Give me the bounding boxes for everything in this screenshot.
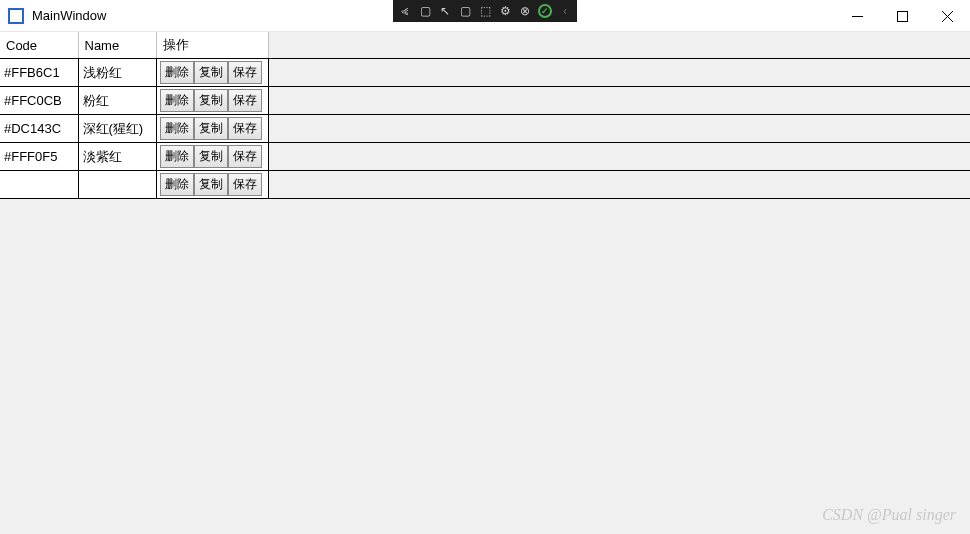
save-button[interactable]: 保存 [228, 89, 262, 112]
delete-button[interactable]: 删除 [160, 61, 194, 84]
table-row: 删除复制保存 [0, 171, 970, 199]
live-visual-tree-icon[interactable]: ⪡ [395, 1, 415, 21]
table-row: #FFC0CB粉红删除复制保存 [0, 87, 970, 115]
window-title: MainWindow [32, 8, 106, 23]
cell-name[interactable]: 淡紫红 [78, 143, 156, 171]
delete-button[interactable]: 删除 [160, 173, 194, 196]
copy-button[interactable]: 复制 [194, 173, 228, 196]
data-table: Code Name 操作 #FFB6C1浅粉红删除复制保存#FFC0CB粉红删除… [0, 32, 970, 199]
close-button[interactable] [925, 0, 970, 32]
save-button[interactable]: 保存 [228, 173, 262, 196]
title-bar: MainWindow ⪡ ▢ ↖ ▢ ⬚ ⚙ ⊗ ✓ ‹ [0, 0, 970, 32]
save-button[interactable]: 保存 [228, 61, 262, 84]
cell-action: 删除复制保存 [156, 171, 268, 199]
save-button[interactable]: 保存 [228, 145, 262, 168]
delete-button[interactable]: 删除 [160, 89, 194, 112]
cell-code[interactable]: #FFF0F5 [0, 143, 78, 171]
cell-code[interactable] [0, 171, 78, 199]
table-row: #DC143C深红(猩红)删除复制保存 [0, 115, 970, 143]
cell-name[interactable]: 粉红 [78, 87, 156, 115]
cell-name[interactable]: 浅粉红 [78, 59, 156, 87]
cell-fill [268, 171, 970, 199]
app-icon [8, 8, 24, 24]
table-header-row: Code Name 操作 [0, 32, 970, 59]
table-row: #FFB6C1浅粉红删除复制保存 [0, 59, 970, 87]
header-name[interactable]: Name [78, 32, 156, 59]
cell-action: 删除复制保存 [156, 143, 268, 171]
debug-toolbar: ⪡ ▢ ↖ ▢ ⬚ ⚙ ⊗ ✓ ‹ [393, 0, 577, 22]
square-icon[interactable]: ▢ [455, 1, 475, 21]
cell-code[interactable]: #FFC0CB [0, 87, 78, 115]
cell-fill [268, 115, 970, 143]
cursor-icon[interactable]: ↖ [435, 1, 455, 21]
window-controls [835, 0, 970, 32]
header-fill [268, 32, 970, 59]
cell-fill [268, 59, 970, 87]
gear-icon[interactable]: ⚙ [495, 1, 515, 21]
minimize-button[interactable] [835, 0, 880, 32]
layout-icon[interactable]: ⬚ [475, 1, 495, 21]
collapse-icon[interactable]: ‹ [555, 1, 575, 21]
camera-icon[interactable]: ▢ [415, 1, 435, 21]
copy-button[interactable]: 复制 [194, 89, 228, 112]
copy-button[interactable]: 复制 [194, 117, 228, 140]
copy-button[interactable]: 复制 [194, 61, 228, 84]
cell-code[interactable]: #DC143C [0, 115, 78, 143]
delete-button[interactable]: 删除 [160, 117, 194, 140]
cell-name[interactable]: 深红(猩红) [78, 115, 156, 143]
header-code[interactable]: Code [0, 32, 78, 59]
cell-code[interactable]: #FFB6C1 [0, 59, 78, 87]
header-action[interactable]: 操作 [156, 32, 268, 59]
cell-name[interactable] [78, 171, 156, 199]
cell-fill [268, 87, 970, 115]
delete-button[interactable]: 删除 [160, 145, 194, 168]
cell-action: 删除复制保存 [156, 115, 268, 143]
check-icon[interactable]: ✓ [535, 1, 555, 21]
save-button[interactable]: 保存 [228, 117, 262, 140]
cell-action: 删除复制保存 [156, 87, 268, 115]
accessibility-icon[interactable]: ⊗ [515, 1, 535, 21]
maximize-button[interactable] [880, 0, 925, 32]
copy-button[interactable]: 复制 [194, 145, 228, 168]
table-row: #FFF0F5淡紫红删除复制保存 [0, 143, 970, 171]
svg-rect-1 [898, 11, 908, 21]
watermark: CSDN @Pual singer [822, 506, 956, 524]
cell-action: 删除复制保存 [156, 59, 268, 87]
cell-fill [268, 143, 970, 171]
content-area: Code Name 操作 #FFB6C1浅粉红删除复制保存#FFC0CB粉红删除… [0, 32, 970, 199]
